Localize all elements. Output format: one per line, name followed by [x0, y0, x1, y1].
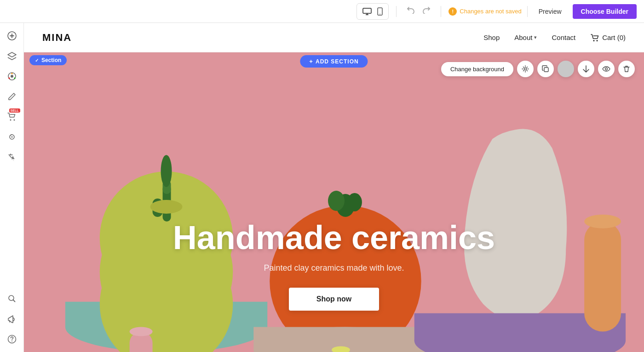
shop-now-button[interactable]: Shop now	[289, 288, 379, 311]
search-bottom-button[interactable]	[3, 290, 21, 308]
left-sidebar	[0, 23, 24, 352]
add-section-label: ADD SECTION	[316, 58, 359, 65]
add-section-plus-icon: +	[309, 58, 313, 65]
hero-toolbar: Change background	[441, 61, 635, 77]
nav-contact[interactable]: Contact	[552, 34, 575, 41]
edit-button[interactable]	[3, 87, 21, 106]
svg-point-43	[524, 68, 527, 70]
svg-point-15	[12, 341, 12, 341]
add-element-button[interactable]	[3, 27, 21, 45]
changes-status-text: Changes are not saved	[460, 8, 521, 15]
change-background-button[interactable]: Change background	[441, 62, 513, 76]
hero-visibility-button[interactable]	[598, 61, 615, 77]
warning-icon: !	[448, 7, 457, 16]
top-toolbar: ! Changes are not saved Preview Choose B…	[0, 0, 644, 23]
apps-button[interactable]	[3, 128, 21, 146]
hero-move-down-button[interactable]	[578, 61, 594, 77]
section-badge[interactable]: ✓ Section	[29, 55, 67, 65]
svg-point-5	[11, 75, 13, 78]
svg-point-45	[605, 68, 608, 70]
move-down-icon	[583, 65, 589, 73]
svg-point-16	[593, 40, 595, 41]
translate-button[interactable]	[3, 148, 21, 166]
svg-rect-44	[544, 68, 548, 72]
sell-button[interactable]	[3, 108, 21, 126]
svg-point-7	[8, 78, 10, 79]
help-button[interactable]	[3, 330, 21, 348]
hero-delete-button[interactable]	[618, 61, 635, 77]
svg-point-2	[380, 13, 380, 14]
preview-button[interactable]: Preview	[533, 5, 567, 18]
svg-point-10	[13, 119, 15, 121]
svg-rect-0	[363, 8, 371, 13]
svg-point-17	[597, 40, 598, 41]
section-badge-label: Section	[41, 57, 61, 63]
toolbar-separator	[527, 6, 528, 17]
device-switcher	[356, 3, 389, 20]
section-check-icon: ✓	[35, 58, 39, 63]
desktop-view-button[interactable]	[361, 6, 374, 17]
toolbar-divider-2	[441, 6, 441, 17]
canvas-area: MINA Shop About ▾ Contact Cart (0)	[24, 23, 644, 352]
hero-section: Change background	[24, 52, 644, 352]
undo-button[interactable]	[404, 5, 418, 18]
eye-icon	[602, 66, 610, 72]
hero-title[interactable]: Handmade ceramics	[24, 220, 644, 256]
hero-subtitle[interactable]: Painted clay ceramics made with love.	[24, 263, 644, 273]
add-section-button[interactable]: + ADD SECTION	[300, 55, 368, 68]
site-header: MINA Shop About ▾ Contact Cart (0)	[24, 23, 644, 52]
trash-icon	[623, 65, 630, 73]
hero-duplicate-button[interactable]	[537, 61, 554, 77]
site-logo[interactable]: MINA	[42, 32, 72, 44]
site-nav: Shop About ▾ Contact Cart (0)	[483, 33, 626, 42]
svg-point-8	[14, 78, 15, 79]
main-layout: MINA Shop About ▾ Contact Cart (0)	[0, 23, 644, 352]
svg-point-6	[11, 73, 12, 74]
hero-settings-button[interactable]	[517, 61, 534, 77]
hero-color-swatch-button[interactable]	[558, 61, 574, 77]
nav-about[interactable]: About ▾	[514, 34, 537, 41]
choose-builder-button[interactable]: Choose Builder	[573, 4, 637, 19]
cart-icon	[590, 33, 599, 42]
redo-button[interactable]	[420, 5, 433, 18]
nav-shop[interactable]: Shop	[483, 34, 500, 41]
about-chevron-icon: ▾	[534, 34, 537, 40]
undo-redo-group	[404, 5, 433, 18]
hero-content: Handmade ceramics Painted clay ceramics …	[24, 220, 644, 311]
layers-button[interactable]	[3, 47, 21, 65]
svg-point-12	[11, 136, 12, 138]
design-button[interactable]	[3, 67, 21, 85]
toolbar-divider-1	[396, 6, 397, 17]
mobile-view-button[interactable]	[375, 6, 385, 17]
changes-status: ! Changes are not saved	[448, 7, 521, 16]
svg-point-9	[10, 119, 11, 121]
cart-label: Cart (0)	[602, 34, 626, 41]
duplicate-icon	[542, 65, 549, 73]
marketing-button[interactable]	[3, 310, 21, 328]
cart-nav[interactable]: Cart (0)	[590, 33, 626, 42]
gear-icon	[522, 65, 529, 73]
